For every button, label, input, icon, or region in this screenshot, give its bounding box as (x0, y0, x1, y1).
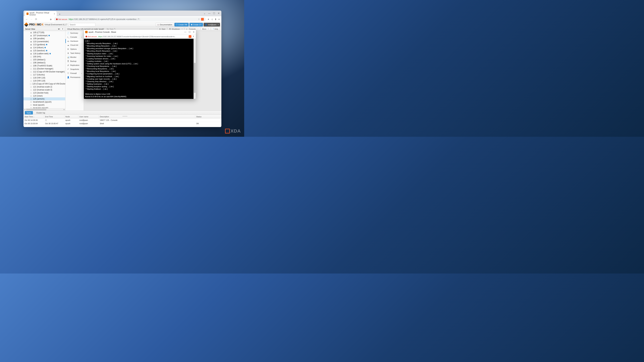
tree-item-119[interactable]: 119 (VM 119) (24, 79, 65, 82)
tree-item-111[interactable]: 111 (Docker-manager) (24, 67, 65, 70)
vm-tab-task-history[interactable]: ≣Task History (66, 51, 84, 55)
minimize-icon[interactable]: — (184, 31, 186, 33)
minimize-icon[interactable]: — (208, 12, 210, 14)
tree-item-118[interactable]: 118 (VM 118) (24, 76, 65, 79)
help-button[interactable]: ?Help (211, 27, 220, 31)
tree-item-106[interactable]: 106 (debian2) (24, 61, 65, 64)
tree-item-label: 116 (calibre-web) (33, 52, 49, 55)
tree-item-107[interactable]: 107 (motioneye) (24, 34, 65, 37)
tree-item-120[interactable]: 120 (Copy-of-VM-Copy-of-VM-Docker (24, 82, 65, 85)
task-row[interactable]: Oct 30 15:03:04Oct 30 15:05:47ayushroot@… (24, 122, 221, 125)
col-end-time[interactable]: End Time (44, 115, 64, 118)
tab-tasks[interactable]: Tasks (25, 111, 33, 114)
documentation-button[interactable]: 📖Documentation (156, 23, 174, 26)
tree-item-114[interactable]: 114 (trilium) (24, 46, 65, 49)
search-input[interactable] (68, 23, 96, 26)
col-start-time[interactable]: Start Time ↓ (24, 115, 44, 118)
vm-tab-console[interactable]: >_Console▸ (66, 35, 84, 39)
vm-tab-replication[interactable]: ⇄Replication (66, 63, 84, 67)
popup-url-text[interactable]: https://192.168.29.227:8006/?console=kvm… (98, 35, 187, 37)
menu-icon[interactable]: ≡ (218, 18, 220, 21)
tree-item-124[interactable]: 124 (newr) (24, 94, 65, 97)
task-table-header: Start Time ↓ End Time Node User name Des… (24, 115, 221, 118)
bookmark-icon[interactable]: ◈ (49, 18, 52, 21)
tab-icon: ⇄ (67, 64, 69, 66)
terminal-scrollbar[interactable] (194, 39, 196, 99)
back-icon[interactable]: ← (25, 18, 28, 21)
tree-item-105[interactable]: 105 (CT105) (24, 31, 65, 34)
resize-handle[interactable] (122, 116, 128, 116)
music-icon[interactable]: ♫ (211, 18, 213, 21)
download-icon[interactable]: ⬇ (215, 18, 217, 21)
url-input[interactable]: Not secure https://192.168.29.227:8006/#… (54, 17, 206, 21)
vm-tab-backup[interactable]: 🗄Backup (66, 59, 84, 63)
tab-cluster-log[interactable]: Cluster log (34, 111, 47, 114)
tree-item-103[interactable]: 103 (debian1) (24, 58, 65, 61)
view-select[interactable]: Server View (24, 28, 60, 30)
maximize-icon[interactable]: ☐ (189, 31, 190, 33)
tree-item-110[interactable]: 110 (zoneminder) (24, 40, 65, 43)
share-icon[interactable]: ⇪ (198, 18, 200, 20)
tree-item-115[interactable]: 115 (tandoor) (24, 49, 65, 52)
tree-item-label: local-lvm (ayush) (33, 107, 48, 108)
terminal[interactable]: [ ok ] * Mounting security filesystem ..… (84, 39, 196, 99)
gear-icon[interactable]: ⚙ (61, 27, 64, 30)
col-user[interactable]: User name (78, 115, 99, 118)
col-node[interactable]: Node (64, 115, 78, 118)
new-tab-button[interactable]: + (58, 12, 62, 16)
vm-tab-options[interactable]: ⚙Options (66, 47, 84, 51)
reload-icon[interactable]: ⟳ (34, 18, 38, 21)
close-icon[interactable]: ✕ (193, 31, 194, 33)
chevron-right-icon: ▸ (81, 36, 82, 38)
vm-tab-cloud-init[interactable]: ☁Cloud-Init (66, 43, 84, 47)
create-ct-button[interactable]: ▣Create CT (189, 23, 203, 26)
col-status[interactable]: Status (195, 115, 221, 118)
vm-tab-monitor[interactable]: 📊Monitor (66, 55, 84, 59)
tree-item-123[interactable]: 123 (docker-hub) (24, 91, 65, 94)
vm-tab-snapshots[interactable]: ↶Snapshots (66, 67, 84, 71)
tree-item-local[interactable]: local (ayush) (24, 103, 65, 106)
vm-icon (30, 89, 32, 91)
tree-item-113[interactable]: 113 (grafana) (24, 43, 65, 46)
user-menu-button[interactable]: 👤root@pam▾ (204, 23, 220, 26)
tree-item-116[interactable]: 116 (calibre-web) (24, 52, 65, 55)
vm-tab-permissions[interactable]: 👤Permissions (66, 75, 84, 79)
vm-icon (30, 59, 32, 61)
vm-tab-summary[interactable]: 📄Summary (66, 31, 84, 35)
task-table: Start Time ↓ End Time Node User name Des… (24, 115, 221, 127)
task-row[interactable]: Oct 30 14:28:39▢ayushroot@pamVM/CT 125 -… (24, 118, 221, 122)
chevron-down-icon[interactable]: ⌄ (204, 12, 206, 14)
brave-shield-icon[interactable] (201, 18, 204, 21)
tree-item-100[interactable]: 100 (HA) (24, 55, 65, 58)
tab-close-icon[interactable]: × (54, 12, 55, 15)
tree-item-122[interactable]: 122 (truenas-scale-3) (24, 88, 65, 91)
browser-tab[interactable]: ayush - Proxmox Virtual Environ × (25, 11, 57, 16)
more-button[interactable]: More▾ (200, 27, 210, 31)
close-icon[interactable]: ✕ (218, 12, 220, 14)
extension-icon[interactable]: ✦ (208, 18, 210, 21)
tree-item-label: 106 (debian2) (33, 61, 46, 64)
maximize-icon[interactable]: ☐ (213, 12, 215, 14)
tree-item-125[interactable]: 125 (armvm) (24, 97, 65, 100)
popup-address-bar: Not secure https://192.168.29.227:8006/?… (84, 34, 196, 39)
popup-titlebar[interactable]: ayush - Proxmox Console - Brave — ☐ ✕ (84, 30, 196, 34)
tree-item-108[interactable]: 108 (TrueNAS-Scale) (24, 64, 65, 67)
tree-item-112[interactable]: 112 (Copy-of-VM-Docker-manager) (24, 70, 65, 73)
tree-item-localnetwork[interactable]: localnetwork (ayush) (24, 100, 65, 103)
tree-item-label: local (ayush) (33, 104, 44, 106)
tab-icon: ≣ (67, 52, 69, 54)
vm-tab-firewall[interactable]: 🛡Firewall▸ (66, 71, 84, 75)
download-icon[interactable]: ⬇ (193, 35, 194, 37)
tree-item-local-lvm[interactable]: local-lvm (ayush) (24, 106, 65, 108)
horizontal-scrollbar[interactable] (24, 108, 65, 111)
create-vm-button[interactable]: 🖵Create VM (174, 23, 189, 26)
brave-shield-icon[interactable] (189, 35, 191, 38)
proxmox-logo: PROXMOX (29, 23, 43, 26)
vm-tab-hardware[interactable]: 🖴Hardware (66, 39, 84, 43)
tree-item-121[interactable]: 121 (truenas-scale-2) (24, 85, 65, 88)
forward-icon[interactable]: → (30, 18, 33, 21)
tree-item-109[interactable]: 109 (ansible) (24, 37, 65, 40)
resource-tree[interactable]: 105 (CT105)107 (motioneye)109 (ansible)1… (24, 31, 65, 108)
col-description[interactable]: Description (99, 115, 195, 118)
tree-item-117[interactable]: 117 (Ubuntu) (24, 73, 65, 76)
